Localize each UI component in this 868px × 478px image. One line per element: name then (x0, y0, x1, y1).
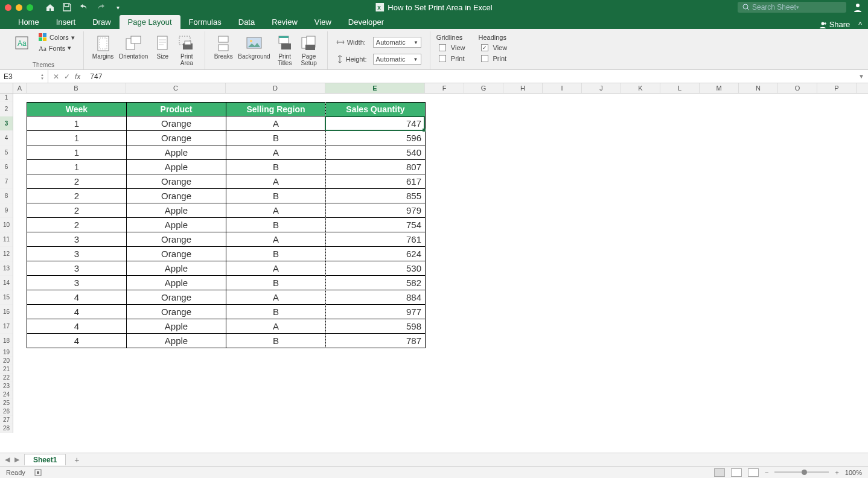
ribbon-tab-page-layout[interactable]: Page Layout (120, 15, 180, 29)
cell[interactable]: B (226, 334, 326, 348)
table-row[interactable]: 1OrangeB596 (27, 131, 426, 145)
ribbon-tab-review[interactable]: Review (263, 15, 306, 29)
col-header-C[interactable]: C (126, 83, 226, 93)
cell[interactable]: 2 (27, 203, 127, 218)
cell[interactable]: Orange (127, 189, 226, 203)
col-header-E[interactable]: E (325, 83, 425, 93)
gridlines-print-checkbox[interactable]: Print (436, 54, 468, 63)
cell[interactable]: 754 (326, 218, 426, 232)
cell[interactable]: 979 (326, 203, 426, 218)
cell[interactable]: A (226, 145, 326, 160)
orientation-button[interactable]: Orientation (116, 34, 150, 61)
ribbon-tab-developer[interactable]: Developer (340, 15, 392, 29)
page-layout-view-icon[interactable] (731, 468, 742, 477)
row-header-24[interactable]: 24 (0, 390, 13, 399)
page-setup-button[interactable]: Page Setup (297, 34, 321, 68)
row-header-18[interactable]: 18 (0, 334, 13, 348)
table-row[interactable]: 3OrangeA761 (27, 232, 426, 247)
cell[interactable]: Apple (127, 334, 226, 348)
redo-icon[interactable] (96, 2, 106, 12)
cell[interactable]: Orange (127, 232, 226, 247)
row-header-23[interactable]: 23 (0, 382, 13, 390)
cell[interactable]: 596 (326, 131, 426, 145)
cell[interactable]: B (226, 131, 326, 145)
height-dropdown[interactable]: Automatic▼ (373, 54, 421, 65)
cell[interactable]: B (226, 160, 326, 174)
size-button[interactable]: Size (150, 34, 174, 61)
cell[interactable]: A (226, 319, 326, 334)
row-header-6[interactable]: 6 (0, 160, 13, 174)
table-header[interactable]: Week (27, 103, 127, 116)
home-icon[interactable] (45, 2, 55, 12)
headings-view-checkbox[interactable]: View (479, 43, 510, 52)
cell[interactable]: 2 (27, 218, 127, 232)
print-titles-button[interactable]: Print Titles (273, 34, 297, 68)
cell[interactable]: 3 (27, 247, 127, 261)
col-header-N[interactable]: N (739, 83, 778, 93)
margins-button[interactable]: Margins (90, 34, 116, 61)
share-button[interactable]: Share (819, 20, 850, 29)
ribbon-tab-formulas[interactable]: Formulas (180, 15, 230, 29)
cell[interactable]: 624 (326, 247, 426, 261)
account-icon[interactable] (852, 2, 863, 13)
row-header-9[interactable]: 9 (0, 203, 13, 218)
cell[interactable]: 2 (27, 174, 127, 189)
cell[interactable]: Orange (127, 305, 226, 319)
cell[interactable]: A (226, 232, 326, 247)
row-header-13[interactable]: 13 (0, 261, 13, 276)
customize-qat-icon[interactable]: ▾ (113, 2, 123, 12)
cell[interactable]: Apple (127, 145, 226, 160)
cell[interactable]: Orange (127, 290, 226, 305)
cell[interactable]: B (226, 218, 326, 232)
expand-formula-bar-icon[interactable]: ▼ (855, 73, 868, 80)
cell[interactable]: 807 (326, 160, 426, 174)
cell[interactable]: Apple (127, 261, 226, 276)
print-area-button[interactable]: Print Area (174, 34, 199, 68)
col-header-P[interactable]: P (817, 83, 857, 93)
col-header-J[interactable]: J (582, 83, 621, 93)
cell[interactable]: A (226, 174, 326, 189)
ribbon-tab-data[interactable]: Data (230, 15, 263, 29)
table-row[interactable]: 1OrangeA747 (27, 116, 426, 131)
col-header-F[interactable]: F (425, 83, 464, 93)
select-all-corner[interactable] (0, 83, 13, 94)
zoom-level[interactable]: 100% (845, 469, 862, 476)
table-row[interactable]: 3AppleA530 (27, 261, 426, 276)
col-header-I[interactable]: I (543, 83, 582, 93)
enter-formula-icon[interactable]: ✓ (64, 72, 70, 81)
cell[interactable]: A (226, 261, 326, 276)
formula-input[interactable]: 747 (85, 72, 855, 81)
cell[interactable]: 977 (326, 305, 426, 319)
table-row[interactable]: 4OrangeB977 (27, 305, 426, 319)
row-header-4[interactable]: 4 (0, 131, 13, 145)
normal-view-icon[interactable] (714, 468, 725, 477)
sheet-tab[interactable]: Sheet1 (24, 454, 66, 465)
cell[interactable]: B (226, 189, 326, 203)
add-sheet-button[interactable]: + (71, 455, 83, 465)
collapse-ribbon-icon[interactable]: ^ (858, 21, 862, 29)
column-headers[interactable]: ABCDEFGHIJKLMNOP (13, 83, 868, 94)
row-header-3[interactable]: 3 (0, 116, 13, 131)
row-header-19[interactable]: 19 (0, 348, 13, 357)
cell[interactable]: 855 (326, 189, 426, 203)
table-row[interactable]: 2OrangeA617 (27, 174, 426, 189)
themes-button[interactable]: Aa (10, 33, 34, 53)
ribbon-tab-draw[interactable]: Draw (84, 15, 119, 29)
ribbon-tab-view[interactable]: View (306, 15, 340, 29)
zoom-slider[interactable] (774, 471, 829, 473)
cell[interactable]: 4 (27, 290, 127, 305)
row-header-5[interactable]: 5 (0, 145, 13, 160)
table-row[interactable]: 4OrangeA884 (27, 290, 426, 305)
cell[interactable]: B (226, 276, 326, 290)
zoom-in-button[interactable]: + (835, 469, 838, 476)
gridlines-view-checkbox[interactable]: View (436, 43, 468, 52)
row-header-22[interactable]: 22 (0, 374, 13, 382)
sheet-nav-next-icon[interactable]: ▶ (14, 456, 19, 464)
table-row[interactable]: 2AppleA979 (27, 203, 426, 218)
cell[interactable]: 582 (326, 276, 426, 290)
cell[interactable]: 4 (27, 305, 127, 319)
col-header-L[interactable]: L (660, 83, 700, 93)
col-header-D[interactable]: D (226, 83, 325, 93)
sheet-nav-prev-icon[interactable]: ◀ (5, 456, 10, 464)
cancel-formula-icon[interactable]: ✕ (53, 72, 59, 81)
